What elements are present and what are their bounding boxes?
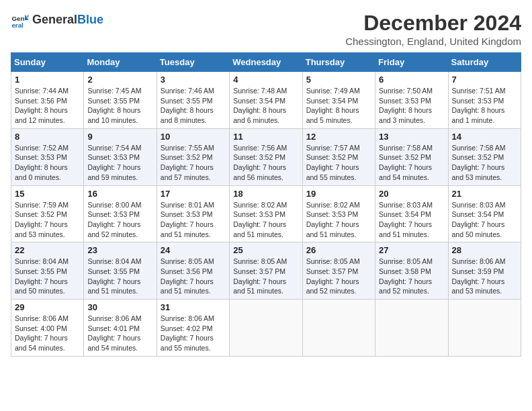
table-row: 19Sunrise: 8:02 AMSunset: 3:53 PMDayligh… (302, 185, 375, 242)
location-subtitle: Chessington, England, United Kingdom (345, 36, 521, 47)
day-number: 19 (306, 189, 371, 199)
calendar-week-row: 8Sunrise: 7:52 AMSunset: 3:53 PMDaylight… (11, 128, 521, 185)
day-info: Sunrise: 7:50 AMSunset: 3:53 PMDaylight:… (379, 86, 444, 126)
day-number: 4 (233, 75, 298, 85)
day-info: Sunrise: 8:03 AMSunset: 3:54 PMDaylight:… (452, 200, 517, 240)
calendar-week-row: 22Sunrise: 8:04 AMSunset: 3:55 PMDayligh… (11, 242, 521, 300)
day-number: 24 (161, 245, 226, 255)
day-number: 29 (15, 302, 80, 312)
day-number: 26 (306, 245, 371, 255)
header-thursday: Thursday (302, 53, 375, 72)
month-year-title: December 2024 (345, 11, 521, 36)
header-wednesday: Wednesday (230, 53, 302, 72)
table-row: 16Sunrise: 8:00 AMSunset: 3:53 PMDayligh… (84, 185, 157, 242)
day-info: Sunrise: 8:04 AMSunset: 3:55 PMDaylight:… (87, 257, 152, 296)
day-info: Sunrise: 7:59 AMSunset: 3:52 PMDaylight:… (15, 200, 80, 240)
table-row: 23Sunrise: 8:04 AMSunset: 3:55 PMDayligh… (84, 242, 157, 300)
day-number: 23 (87, 245, 152, 255)
table-row: 20Sunrise: 8:03 AMSunset: 3:54 PMDayligh… (375, 185, 448, 242)
table-row: 26Sunrise: 8:05 AMSunset: 3:57 PMDayligh… (302, 242, 375, 300)
header-tuesday: Tuesday (157, 53, 229, 72)
page-header: Gen eral GeneralBlue December 2024 Chess… (11, 11, 521, 47)
day-info: Sunrise: 8:05 AMSunset: 3:57 PMDaylight:… (306, 257, 371, 296)
day-info: Sunrise: 7:48 AMSunset: 3:54 PMDaylight:… (233, 86, 298, 126)
day-info: Sunrise: 8:06 AMSunset: 4:00 PMDaylight:… (15, 314, 80, 353)
day-info: Sunrise: 7:58 AMSunset: 3:52 PMDaylight:… (452, 143, 517, 183)
table-row: 7Sunrise: 7:51 AMSunset: 3:53 PMDaylight… (448, 72, 521, 129)
table-row: 17Sunrise: 8:01 AMSunset: 3:53 PMDayligh… (157, 185, 229, 242)
day-number: 12 (306, 132, 371, 142)
weekday-header-row: Sunday Monday Tuesday Wednesday Thursday… (11, 53, 521, 72)
table-row: 8Sunrise: 7:52 AMSunset: 3:53 PMDaylight… (11, 128, 84, 185)
table-row: 14Sunrise: 7:58 AMSunset: 3:52 PMDayligh… (448, 128, 521, 185)
day-info: Sunrise: 7:51 AMSunset: 3:53 PMDaylight:… (452, 86, 517, 126)
table-row: 1Sunrise: 7:44 AMSunset: 3:56 PMDaylight… (11, 72, 84, 129)
calendar-week-row: 29Sunrise: 8:06 AMSunset: 4:00 PMDayligh… (11, 300, 521, 357)
day-info: Sunrise: 7:46 AMSunset: 3:55 PMDaylight:… (161, 86, 226, 126)
day-number: 11 (233, 132, 298, 142)
day-info: Sunrise: 7:58 AMSunset: 3:52 PMDaylight:… (379, 143, 444, 183)
day-info: Sunrise: 8:04 AMSunset: 3:55 PMDaylight:… (15, 257, 80, 296)
day-info: Sunrise: 7:56 AMSunset: 3:52 PMDaylight:… (233, 143, 298, 183)
day-info: Sunrise: 8:05 AMSunset: 3:58 PMDaylight:… (379, 257, 444, 296)
day-number: 1 (15, 75, 80, 85)
day-info: Sunrise: 8:05 AMSunset: 3:57 PMDaylight:… (233, 257, 298, 296)
day-number: 21 (452, 189, 517, 199)
table-row: 24Sunrise: 8:05 AMSunset: 3:56 PMDayligh… (157, 242, 229, 300)
day-number: 13 (379, 132, 444, 142)
table-row: 22Sunrise: 8:04 AMSunset: 3:55 PMDayligh… (11, 242, 84, 300)
day-number: 30 (87, 302, 152, 312)
day-number: 9 (87, 132, 152, 142)
title-area: December 2024 Chessington, England, Unit… (345, 11, 521, 47)
day-number: 15 (15, 189, 80, 199)
day-number: 25 (233, 245, 298, 255)
day-number: 7 (452, 75, 517, 85)
day-number: 8 (15, 132, 80, 142)
day-number: 18 (233, 189, 298, 199)
table-row: 12Sunrise: 7:57 AMSunset: 3:52 PMDayligh… (302, 128, 375, 185)
table-row: 31Sunrise: 8:06 AMSunset: 4:02 PMDayligh… (157, 300, 229, 357)
calendar-table: Sunday Monday Tuesday Wednesday Thursday… (11, 52, 521, 357)
table-row (448, 300, 521, 357)
day-info: Sunrise: 8:06 AMSunset: 4:01 PMDaylight:… (87, 314, 152, 353)
header-saturday: Saturday (448, 53, 521, 72)
table-row: 28Sunrise: 8:06 AMSunset: 3:59 PMDayligh… (448, 242, 521, 300)
day-info: Sunrise: 8:02 AMSunset: 3:53 PMDaylight:… (306, 200, 371, 240)
day-number: 10 (161, 132, 226, 142)
table-row: 27Sunrise: 8:05 AMSunset: 3:58 PMDayligh… (375, 242, 448, 300)
day-number: 31 (161, 302, 226, 312)
table-row: 29Sunrise: 8:06 AMSunset: 4:00 PMDayligh… (11, 300, 84, 357)
calendar-week-row: 1Sunrise: 7:44 AMSunset: 3:56 PMDaylight… (11, 72, 521, 129)
header-monday: Monday (84, 53, 157, 72)
table-row: 25Sunrise: 8:05 AMSunset: 3:57 PMDayligh… (230, 242, 302, 300)
table-row: 3Sunrise: 7:46 AMSunset: 3:55 PMDaylight… (157, 72, 229, 129)
table-row: 4Sunrise: 7:48 AMSunset: 3:54 PMDaylight… (230, 72, 302, 129)
day-number: 3 (161, 75, 226, 85)
table-row: 13Sunrise: 7:58 AMSunset: 3:52 PMDayligh… (375, 128, 448, 185)
day-number: 20 (379, 189, 444, 199)
day-info: Sunrise: 8:03 AMSunset: 3:54 PMDaylight:… (379, 200, 444, 240)
table-row: 10Sunrise: 7:55 AMSunset: 3:52 PMDayligh… (157, 128, 229, 185)
table-row: 6Sunrise: 7:50 AMSunset: 3:53 PMDaylight… (375, 72, 448, 129)
day-info: Sunrise: 7:45 AMSunset: 3:55 PMDaylight:… (87, 86, 152, 126)
table-row: 30Sunrise: 8:06 AMSunset: 4:01 PMDayligh… (84, 300, 157, 357)
day-info: Sunrise: 7:44 AMSunset: 3:56 PMDaylight:… (15, 86, 80, 126)
day-info: Sunrise: 8:06 AMSunset: 4:02 PMDaylight:… (161, 314, 226, 353)
day-info: Sunrise: 8:06 AMSunset: 3:59 PMDaylight:… (452, 257, 517, 296)
logo: Gen eral GeneralBlue (11, 11, 103, 30)
table-row: 18Sunrise: 8:02 AMSunset: 3:53 PMDayligh… (230, 185, 302, 242)
day-number: 27 (379, 245, 444, 255)
table-row: 9Sunrise: 7:54 AMSunset: 3:53 PMDaylight… (84, 128, 157, 185)
table-row: 2Sunrise: 7:45 AMSunset: 3:55 PMDaylight… (84, 72, 157, 129)
day-number: 28 (452, 245, 517, 255)
table-row: 21Sunrise: 8:03 AMSunset: 3:54 PMDayligh… (448, 185, 521, 242)
day-info: Sunrise: 7:55 AMSunset: 3:52 PMDaylight:… (161, 143, 226, 183)
table-row (302, 300, 375, 357)
day-number: 22 (15, 245, 80, 255)
day-info: Sunrise: 8:01 AMSunset: 3:53 PMDaylight:… (161, 200, 226, 240)
table-row (375, 300, 448, 357)
table-row (230, 300, 302, 357)
day-info: Sunrise: 8:02 AMSunset: 3:53 PMDaylight:… (233, 200, 298, 240)
day-number: 2 (87, 75, 152, 85)
table-row: 15Sunrise: 7:59 AMSunset: 3:52 PMDayligh… (11, 185, 84, 242)
